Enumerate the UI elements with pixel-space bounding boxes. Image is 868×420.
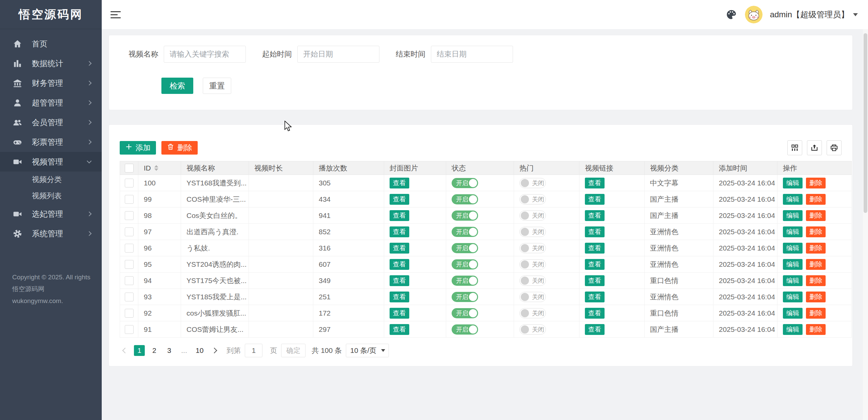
hot-toggle[interactable]: 关闭 [519, 292, 546, 302]
print-button[interactable] [827, 140, 842, 155]
delete-button[interactable]: 删除 [806, 324, 826, 335]
hot-toggle[interactable]: 关闭 [519, 227, 546, 237]
page-number-2[interactable]: 2 [149, 345, 160, 356]
view-cover-button[interactable]: 查看 [390, 194, 409, 205]
reset-button[interactable]: 重置 [203, 78, 231, 94]
page-number-10[interactable]: 10 [194, 345, 205, 356]
status-toggle[interactable]: 开启 [452, 276, 478, 286]
row-checkbox[interactable] [125, 276, 134, 285]
view-link-button[interactable]: 查看 [585, 243, 605, 254]
view-cover-button[interactable]: 查看 [390, 210, 409, 221]
edit-button[interactable]: 编辑 [783, 308, 803, 319]
hot-toggle[interactable]: 关闭 [519, 308, 546, 318]
view-cover-button[interactable]: 查看 [390, 292, 409, 302]
view-link-button[interactable]: 查看 [585, 259, 605, 270]
delete-button[interactable]: 删除 [806, 226, 826, 237]
filter-columns-button[interactable] [787, 140, 802, 155]
view-link-button[interactable]: 查看 [585, 324, 605, 335]
sidebar-subitem-video-list[interactable]: 视频列表 [0, 188, 102, 204]
view-cover-button[interactable]: 查看 [390, 226, 409, 237]
page-scrollbar[interactable] [863, 29, 868, 420]
palette-icon[interactable] [725, 8, 737, 21]
status-toggle[interactable]: 开启 [452, 243, 478, 253]
sidebar-item-members[interactable]: 会员管理 [0, 113, 102, 132]
sidebar-item-finance[interactable]: 财务管理 [0, 73, 102, 93]
edit-button[interactable]: 编辑 [783, 178, 803, 188]
delete-button[interactable]: 删除 [806, 292, 826, 302]
view-link-button[interactable]: 查看 [585, 275, 605, 286]
sidebar-item-data-stats[interactable]: 数据统计 [0, 54, 102, 73]
status-toggle[interactable]: 开启 [452, 259, 478, 269]
delete-button[interactable]: 删除 [806, 194, 826, 205]
start-date-input[interactable] [297, 46, 379, 63]
edit-button[interactable]: 编辑 [783, 226, 803, 237]
scrollbar-thumb[interactable] [864, 33, 867, 213]
view-link-button[interactable]: 查看 [585, 308, 605, 319]
view-cover-button[interactable]: 查看 [390, 275, 409, 286]
avatar[interactable] [745, 6, 763, 23]
user-dropdown[interactable]: admin【超级管理员】 [770, 9, 858, 20]
end-date-input[interactable] [431, 46, 513, 63]
edit-button[interactable]: 编辑 [783, 292, 803, 302]
hamburger-icon[interactable] [111, 7, 125, 22]
page-size-select[interactable]: 10 条/页 [346, 344, 389, 357]
status-toggle[interactable]: 开启 [452, 308, 478, 318]
next-page-icon[interactable] [212, 348, 217, 354]
sidebar-item-system[interactable]: 系统管理 [0, 224, 102, 243]
row-checkbox[interactable] [125, 325, 134, 334]
sort-desc-icon[interactable] [154, 168, 158, 171]
edit-button[interactable]: 编辑 [783, 275, 803, 286]
sidebar-subitem-video-category[interactable]: 视频分类 [0, 172, 102, 188]
sidebar-item-super-admin[interactable]: 超管管理 [0, 93, 102, 113]
prev-page-icon[interactable] [122, 348, 128, 354]
hot-toggle[interactable]: 关闭 [519, 243, 546, 253]
edit-button[interactable]: 编辑 [783, 259, 803, 270]
sidebar-item-home[interactable]: 首页 [0, 34, 102, 54]
row-checkbox[interactable] [125, 309, 134, 318]
delete-button[interactable]: 删除 [806, 308, 826, 319]
sort-asc-icon[interactable] [154, 165, 158, 167]
row-checkbox[interactable] [125, 211, 134, 220]
row-checkbox[interactable] [125, 195, 134, 204]
delete-button[interactable]: 删除 [806, 275, 826, 286]
view-cover-button[interactable]: 查看 [390, 324, 409, 335]
sidebar-item-lottery[interactable]: 彩票管理 [0, 132, 102, 152]
delete-button[interactable]: 删除 [806, 259, 826, 270]
jump-confirm-button[interactable]: 确定 [281, 344, 305, 357]
view-link-button[interactable]: 查看 [585, 292, 605, 302]
status-toggle[interactable]: 开启 [452, 194, 478, 204]
status-toggle[interactable]: 开启 [452, 227, 478, 237]
hot-toggle[interactable]: 关闭 [519, 259, 546, 269]
page-number-1[interactable]: 1 [134, 345, 145, 356]
edit-button[interactable]: 编辑 [783, 194, 803, 205]
row-checkbox[interactable] [125, 179, 134, 187]
view-cover-button[interactable]: 查看 [390, 259, 409, 270]
edit-button[interactable]: 编辑 [783, 210, 803, 221]
hot-toggle[interactable]: 关闭 [519, 194, 546, 204]
search-button[interactable]: 检索 [161, 78, 193, 94]
view-link-button[interactable]: 查看 [585, 226, 605, 237]
sidebar-item-xuanfei[interactable]: 选妃管理 [0, 204, 102, 224]
view-link-button[interactable]: 查看 [585, 210, 605, 221]
view-cover-button[interactable]: 查看 [390, 243, 409, 254]
status-toggle[interactable]: 开启 [452, 178, 478, 188]
delete-button[interactable]: 删除 [806, 243, 826, 254]
delete-selected-button[interactable]: 删除 [161, 141, 198, 155]
hot-toggle[interactable]: 关闭 [519, 324, 546, 335]
delete-button[interactable]: 删除 [806, 210, 826, 221]
sort-icon[interactable] [154, 165, 158, 171]
hot-toggle[interactable]: 关闭 [519, 211, 546, 221]
select-all-checkbox[interactable] [125, 164, 134, 173]
row-checkbox[interactable] [125, 244, 134, 253]
hot-toggle[interactable]: 关闭 [519, 276, 546, 286]
status-toggle[interactable]: 开启 [452, 211, 478, 221]
row-checkbox[interactable] [125, 227, 134, 236]
sidebar-item-video[interactable]: 视频管理 [0, 152, 102, 172]
view-link-button[interactable]: 查看 [585, 178, 605, 188]
video-name-input[interactable] [164, 46, 246, 63]
edit-button[interactable]: 编辑 [783, 324, 803, 335]
delete-button[interactable]: 删除 [806, 178, 826, 188]
status-toggle[interactable]: 开启 [452, 292, 478, 302]
view-cover-button[interactable]: 查看 [390, 178, 409, 188]
status-toggle[interactable]: 开启 [452, 324, 478, 335]
